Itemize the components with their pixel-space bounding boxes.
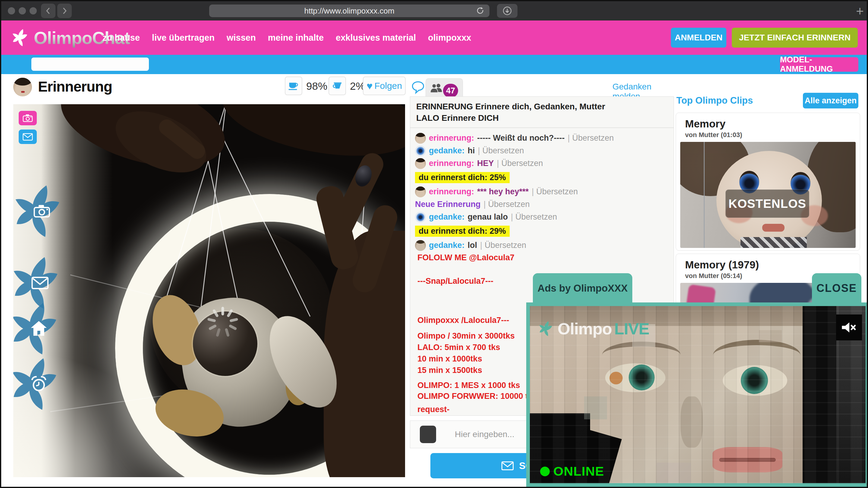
alarm-clock-icon xyxy=(30,375,48,393)
streamer-avatar[interactable] xyxy=(13,78,32,96)
translate-link[interactable]: Übersetzen xyxy=(488,199,530,210)
search-input[interactable] xyxy=(31,58,149,71)
chat-username[interactable]: gedanke: xyxy=(429,145,465,156)
people-icon xyxy=(430,82,444,94)
stat-cup-value: 98% xyxy=(306,80,327,92)
nav-item-home[interactable]: zu hause xyxy=(102,33,140,43)
translate-link[interactable]: Übersetzen xyxy=(485,240,526,251)
nav-item-broadcast[interactable]: live übertragen xyxy=(152,33,215,43)
chat-text: hi xyxy=(468,145,475,156)
viewer-count-badge: 47 xyxy=(443,84,458,98)
ad-video[interactable]: OlimpoLIVE ONLINE xyxy=(526,302,868,487)
browser-chrome: http://www.olimpoxxx.com + xyxy=(1,1,867,21)
back-button[interactable] xyxy=(41,4,56,18)
stat-cup-box[interactable] xyxy=(285,76,302,95)
stream-title: Erinnerung xyxy=(38,78,112,95)
ad-label: Ads by OlimpoXXX xyxy=(538,283,628,294)
reload-icon[interactable] xyxy=(475,6,485,15)
translate-link[interactable]: Übersetzen xyxy=(516,212,557,223)
model-signup-button[interactable]: MODEL-ANMELDUNG xyxy=(780,57,858,72)
nav-item-knowledge[interactable]: wissen xyxy=(227,33,256,43)
site-header: OlimpoChat zu hause live übertragen wiss… xyxy=(1,21,867,55)
camera-icon xyxy=(33,202,51,220)
chat-tab-icon[interactable] xyxy=(411,80,425,95)
memory-highlight: du erinnerst dich: 25% xyxy=(415,172,510,183)
chat-username[interactable]: erinnerung: xyxy=(429,158,474,169)
see-all-button[interactable]: Alle anzeigen xyxy=(803,93,858,108)
nav-item-exclusive[interactable]: exklusives material xyxy=(336,33,416,43)
avatar xyxy=(415,145,426,156)
forward-button[interactable] xyxy=(57,4,72,18)
avatar xyxy=(415,187,426,197)
watermark-brand: Olimpo xyxy=(558,319,612,338)
free-badge: KOSTENLOS xyxy=(725,190,809,218)
badge-camera-button[interactable] xyxy=(14,183,70,239)
message-button[interactable] xyxy=(19,130,37,144)
signin-button[interactable]: ANMELDEN xyxy=(671,28,726,47)
nav-item-olimpoxxx[interactable]: olimpoxxx xyxy=(428,33,471,43)
doll-mouth xyxy=(762,224,784,232)
live-video-player[interactable] xyxy=(13,104,405,477)
address-bar[interactable]: http://www.olimpoxxx.com xyxy=(209,4,490,17)
watermark-live: LIVE xyxy=(614,319,649,338)
clip-title: Memory (1979) xyxy=(685,259,860,271)
secondary-bar: MODEL-ANMELDUNG xyxy=(1,55,867,74)
bird-logo-icon xyxy=(539,321,555,337)
chat-username[interactable]: gedanke: xyxy=(429,240,465,251)
window-zoom-button[interactable] xyxy=(30,7,37,14)
stat-pot-box[interactable] xyxy=(329,76,346,95)
translate-link[interactable]: Übersetzen xyxy=(572,133,614,144)
browser-window: http://www.olimpoxxx.com + OlimpoChat zu… xyxy=(0,0,868,488)
translate-link[interactable]: Übersetzen xyxy=(501,158,543,169)
clip-thumbnail[interactable]: KOSTENLOS xyxy=(680,142,856,248)
note-text: Neue Erinnerung xyxy=(415,199,481,210)
online-dot xyxy=(540,466,550,476)
chat-username[interactable]: erinnerung: xyxy=(429,186,474,197)
separator: | xyxy=(532,186,534,197)
translate-link[interactable]: Übersetzen xyxy=(483,145,524,156)
online-label: ONLINE xyxy=(553,464,604,479)
chat-text: genau lalo xyxy=(468,212,508,223)
chat-username[interactable]: gedanke: xyxy=(429,212,465,223)
system-note: Neue Erinnerung | Übersetzen xyxy=(415,199,669,210)
chevron-right-icon xyxy=(60,6,69,15)
pot-icon xyxy=(332,81,343,91)
avatar xyxy=(415,133,426,144)
separator: | xyxy=(480,240,482,251)
badge-home-button[interactable] xyxy=(13,301,67,357)
sidebar-title: Top Olimpo Clips xyxy=(676,95,753,106)
chat-message: gedanke: genau lalo | Übersetzen xyxy=(415,212,669,223)
heart-icon: ♥ xyxy=(367,80,373,92)
badge-alarm-button[interactable] xyxy=(13,356,67,412)
envelope-icon xyxy=(31,274,49,292)
new-tab-button[interactable]: + xyxy=(854,5,866,18)
chat-message: erinnerung: ----- Weißt du noch?---- | Ü… xyxy=(415,133,669,144)
follow-label: Folgen xyxy=(374,81,402,91)
nav-item-my-content[interactable]: meine inhalte xyxy=(268,33,324,43)
follow-button[interactable]: ♥ Folgen xyxy=(363,76,406,95)
chat-text: *** hey hey*** xyxy=(477,186,529,197)
clip-card[interactable]: Memory von Mutter (01:03) KOSTENLOS xyxy=(676,113,860,251)
chat-room-header: ERINNERUNG Erinnere dich, Gedanken, Mutt… xyxy=(410,97,674,128)
envelope-icon xyxy=(501,461,514,471)
emoji-button[interactable] xyxy=(420,426,436,443)
chat-text: lol xyxy=(468,240,477,251)
downloads-button[interactable] xyxy=(497,4,518,18)
main-navigation: zu hause live übertragen wissen meine in… xyxy=(102,21,471,55)
chat-message: erinnerung: HEY | Übersetzen xyxy=(415,158,669,169)
room-topic-line2: LALO Erinnere DICH xyxy=(416,112,668,124)
online-status: ONLINE xyxy=(540,464,604,479)
download-icon xyxy=(502,6,512,16)
chat-username[interactable]: erinnerung: xyxy=(429,133,474,144)
window-close-button[interactable] xyxy=(8,7,15,14)
chat-message: erinnerung: *** hey hey*** | Übersetzen xyxy=(415,186,669,197)
mute-button[interactable] xyxy=(836,315,862,340)
translate-link[interactable]: Übersetzen xyxy=(536,186,578,197)
chat-message: gedanke: hi | Übersetzen xyxy=(415,145,669,156)
snapshot-button[interactable] xyxy=(19,111,37,125)
signup-cta-button[interactable]: JETZT EINFACH ERINNERN xyxy=(732,28,858,47)
camera-icon xyxy=(22,113,33,123)
room-topic-line1: ERINNERUNG Erinnere dich, Gedanken, Mutt… xyxy=(416,101,668,112)
ad-close-button[interactable]: CLOSE xyxy=(812,273,861,303)
window-minimize-button[interactable] xyxy=(19,7,26,14)
